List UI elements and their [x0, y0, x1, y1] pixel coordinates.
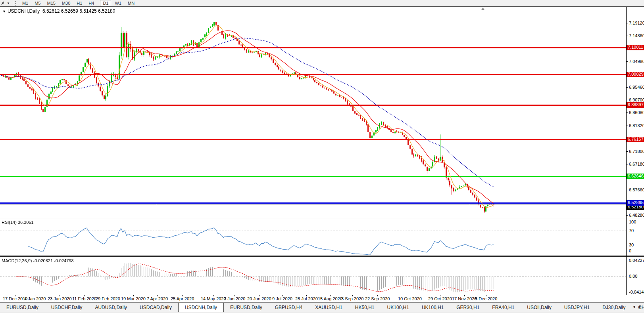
price-level-badge: 6.76157 — [627, 137, 644, 142]
price-level-badge: 7.00029 — [627, 72, 644, 77]
chart-tab-uk100-h1[interactable]: UK100,H1 — [415, 303, 450, 312]
rsi-indicator-pane[interactable] — [0, 218, 626, 255]
tab-scroll-right-icon[interactable]: ► — [638, 305, 642, 309]
chart-title: ▼USDCNH,Daily 6.52612 6.52659 6.51425 6.… — [2, 8, 115, 14]
macd-label: MACD(12,26,9) -0.020321 -0.024798 — [2, 258, 74, 263]
price-axis-label: 6.90700 — [629, 98, 644, 102]
date-axis-label: 28 Jul 2020 — [295, 296, 318, 301]
date-axis-label: 5 Dec 2020 — [475, 296, 497, 301]
rsi-axis-label: 0 — [629, 249, 631, 253]
price-axis-tick — [626, 61, 628, 62]
main-price-chart[interactable] — [0, 7, 626, 217]
price-level-badge: 6.88897 — [627, 102, 644, 108]
date-axis-label: 19 Mar 2020 — [121, 296, 146, 301]
macd-axis-label: -0.04148 — [629, 290, 644, 294]
chart-tab-usdjpy-h1[interactable]: USDJPY,H1 — [558, 303, 596, 312]
timeframe-button-m1[interactable]: M1 — [19, 0, 31, 6]
price-axis-tick — [626, 151, 628, 152]
timeframe-button-h1[interactable]: H1 — [74, 0, 85, 6]
price-axis-tick — [626, 87, 628, 88]
macd-axis-label: 0.00 — [629, 274, 637, 279]
price-axis-label: 6.67180 — [629, 162, 644, 166]
chart-tab-usdcad-daily[interactable]: USDCAD,Daily — [133, 303, 178, 312]
price-axis-label: 6.48280 — [629, 213, 644, 218]
date-axis-label: 2 Jun 2020 — [224, 296, 245, 301]
price-axis-tick — [626, 36, 628, 36]
timeframe-button-d1[interactable]: D1 — [100, 0, 111, 6]
chart-tab-bar: EURUSD,DailyUSDCHF,DailyAUDUSD,DailyUSDC… — [0, 302, 644, 312]
date-axis-label: 4 Jan 2020 — [24, 296, 46, 301]
timeframe-button-group: M1M5M15M30H1H4D1W1MN — [19, 1, 138, 6]
date-axis-label: 20 Jun 2020 — [247, 296, 271, 301]
chart-tab-audusd-daily[interactable]: AUDUSD,Daily — [88, 303, 133, 312]
date-axis-label: 14 May 2020 — [201, 296, 226, 301]
price-axis-label: 6.86080 — [629, 111, 644, 115]
pane-separator[interactable] — [0, 217, 644, 217]
chart-tab-gbpusd-h4[interactable]: GBPUSD,H4 — [269, 303, 309, 312]
date-axis-border — [0, 295, 644, 295]
date-axis-label: 15 Aug 2020 — [318, 296, 342, 301]
chart-tab-eurusd-daily[interactable]: EURUSD,Daily — [224, 303, 269, 312]
price-axis-tick — [626, 100, 628, 100]
price-axis-tick — [626, 126, 628, 126]
chart-tab-ger30-h1[interactable]: GER30,H1 — [450, 303, 486, 312]
date-axis-label: 9 Jul 2020 — [272, 296, 292, 301]
date-axis-label: 7 Apr 2020 — [147, 296, 168, 301]
rsi-label: RSI(14) 36.3051 — [2, 220, 34, 225]
timeframe-button-h4[interactable]: H4 — [86, 0, 97, 6]
toolbar-separator — [13, 1, 13, 6]
cursor-tool-caret[interactable]: ▼ — [7, 2, 10, 5]
price-axis-tick — [626, 190, 628, 190]
timeframe-button-m5[interactable]: M5 — [32, 0, 43, 6]
price-axis-tick — [626, 215, 628, 216]
timeframe-button-mn[interactable]: MN — [125, 0, 137, 6]
timeframe-button-m15[interactable]: M15 — [44, 0, 58, 6]
chart-tab-usoil-daily[interactable]: USOil,Daily — [521, 303, 557, 312]
tab-scroll-left-icon[interactable]: ◄ — [632, 305, 636, 309]
price-level-badge: 6.52865 — [627, 200, 644, 206]
chart-ohlc-values: 6.52612 6.52659 6.51425 6.52180 — [42, 8, 115, 14]
date-axis-label: 10 Oct 2020 — [398, 296, 422, 301]
price-axis-label: 6.81320 — [629, 124, 644, 128]
chart-tab-hk50-h1[interactable]: HK50,H1 — [349, 303, 381, 312]
cursor-tool-icon[interactable] — [0, 1, 6, 6]
chart-tab-xauusd-h1[interactable]: XAUUSD,H1 — [309, 303, 349, 312]
date-axis-label: 23 Jan 2020 — [48, 296, 72, 301]
toolbar-grip[interactable] — [15, 1, 17, 6]
chart-title-collapse-icon[interactable]: ▼ — [2, 10, 6, 13]
date-axis-label: 11 Feb 2020 — [72, 296, 96, 301]
date-axis-label: 29 Feb 2020 — [96, 296, 120, 301]
date-axis-label: 29 Oct 2020 — [428, 296, 452, 301]
price-level-badge: 7.10011 — [627, 45, 644, 50]
date-axis-label: 17 Nov 2020 — [452, 296, 477, 301]
date-axis-label: 25 Apr 2020 — [171, 296, 194, 301]
price-level-badge: 6.62646 — [627, 174, 644, 179]
price-axis-label: 7.19120 — [629, 21, 644, 25]
price-axis-label: 6.95460 — [629, 85, 644, 90]
price-axis-label: 7.04980 — [629, 59, 644, 64]
chart-tab-uk100-h1[interactable]: UK100,H1 — [381, 303, 415, 312]
price-axis-label: 7.14360 — [629, 34, 644, 38]
chart-tab-eurusd-daily[interactable]: EURUSD,Daily — [0, 303, 45, 312]
price-axis-tick — [626, 113, 628, 113]
macd-indicator-pane[interactable] — [0, 257, 626, 295]
price-axis-label: 6.71800 — [629, 149, 644, 154]
chart-symbol-label: USDCNH,Daily — [8, 8, 40, 14]
timeframe-button-w1[interactable]: W1 — [112, 0, 124, 6]
chart-tab-dj30-daily[interactable]: DJ30,Daily — [596, 303, 632, 312]
date-axis-label: 22 Sep 2020 — [365, 296, 390, 301]
rsi-axis-label: 70 — [629, 229, 634, 233]
pane-separator[interactable] — [0, 255, 644, 256]
rsi-axis-label: 30 — [629, 243, 634, 247]
price-axis-tick — [626, 23, 628, 23]
chart-tab-usdcnh-daily[interactable]: USDCNH,Daily — [178, 303, 224, 312]
top-toolbar: ▼ M1M5M15M30H1H4D1W1MN — [0, 0, 644, 7]
price-axis-label: 6.57660 — [629, 188, 644, 192]
rsi-axis-label: 100 — [629, 220, 636, 224]
macd-axis-label: 0.042275 — [629, 258, 644, 263]
chart-tab-fra40-h1[interactable]: FRA40,H1 — [486, 303, 521, 312]
date-axis-label: 3 Sep 2020 — [341, 296, 363, 301]
chart-shift-marker[interactable] — [481, 8, 484, 10]
chart-tab-usdchf-daily[interactable]: USDCHF,Daily — [45, 303, 89, 312]
timeframe-button-m30[interactable]: M30 — [59, 0, 73, 6]
